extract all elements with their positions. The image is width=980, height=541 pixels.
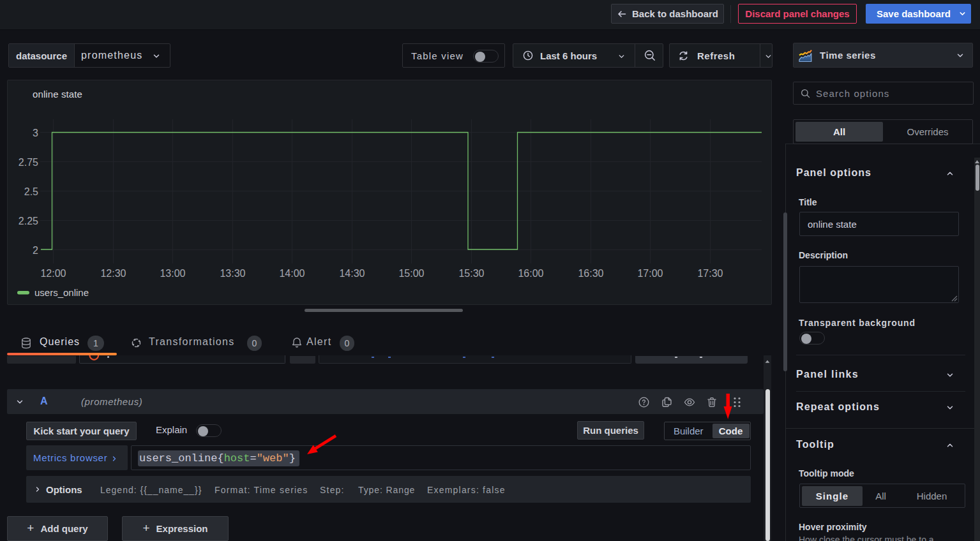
svg-text:17:00: 17:00	[637, 268, 663, 279]
svg-text:2: 2	[33, 245, 38, 256]
svg-text:17:30: 17:30	[697, 268, 723, 279]
svg-text:14:30: 14:30	[339, 268, 365, 279]
svg-text:14:00: 14:00	[279, 268, 305, 279]
svg-text:2.25: 2.25	[19, 216, 38, 226]
svg-text:16:00: 16:00	[518, 268, 543, 279]
svg-text:13:30: 13:30	[220, 268, 245, 279]
svg-text:16:30: 16:30	[578, 268, 603, 279]
svg-text:12:30: 12:30	[100, 268, 126, 279]
svg-text:2.75: 2.75	[19, 157, 38, 168]
svg-text:15:30: 15:30	[458, 268, 484, 279]
svg-text:13:00: 13:00	[160, 268, 185, 279]
svg-text:3: 3	[33, 128, 38, 138]
svg-text:12:00: 12:00	[40, 268, 66, 279]
svg-text:users_online: users_online	[34, 287, 89, 298]
svg-text:15:00: 15:00	[398, 268, 424, 279]
svg-text:2.5: 2.5	[24, 186, 38, 197]
